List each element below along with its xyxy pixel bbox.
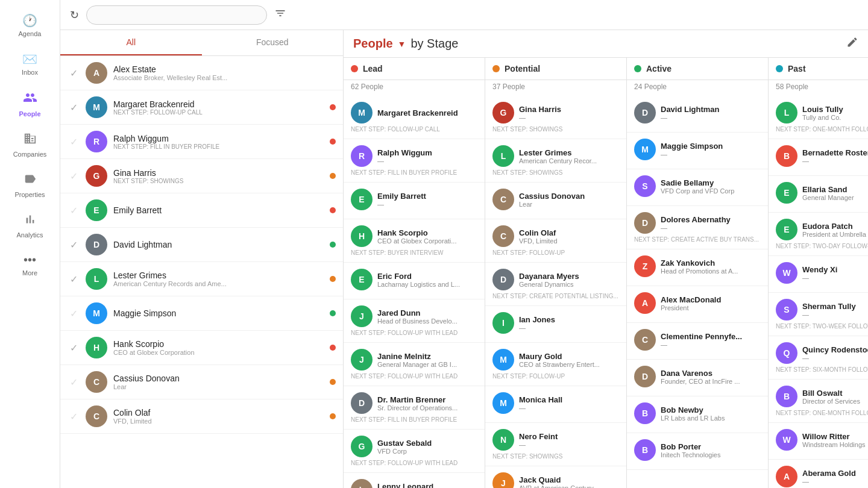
sidebar-item-inbox[interactable]: ✉️ Inbox — [0, 45, 60, 83]
avatar: N — [492, 429, 514, 451]
list-item[interactable]: ✓ C Cassius Donovan Lear — [60, 365, 343, 399]
kanban-card[interactable]: C Cassius Donovan Lear — [485, 183, 626, 219]
card-text: Ian Jones — — [519, 315, 555, 331]
card-sub: Lear — [519, 201, 585, 208]
card-person: I Ian Jones — — [492, 312, 619, 334]
kanban-card[interactable]: Q Quincy Rodenstock — NEXT STEP: SIX-MON… — [769, 336, 868, 380]
kanban-card[interactable]: C Clementine Pennyfe... — — [627, 323, 768, 360]
kanban-card[interactable]: G Gustav Sebald VFD Corp NEXT STEP: FOLL… — [344, 430, 485, 473]
tab-all[interactable]: All — [60, 30, 202, 55]
col-title: Potential — [505, 64, 540, 74]
kanban-card[interactable]: B Bill Oswalt Director of Services NEXT … — [769, 380, 868, 423]
list-item[interactable]: ✓ M Maggie Simpson — [60, 296, 343, 331]
sidebar-item-analytics[interactable]: Analytics — [0, 205, 60, 246]
kanban-card[interactable]: E Eudora Patch President at Umbrella Lab… — [769, 213, 868, 256]
kanban-card[interactable]: B Bob Porter Initech Technologies — [627, 433, 768, 470]
card-text: Gina Harris — — [519, 105, 561, 121]
kanban-card[interactable]: L Lenny Leonard Manager at Springfield N… — [344, 473, 485, 488]
sidebar-item-label: Agenda — [19, 30, 42, 37]
kanban-card[interactable]: A Aberama Gold — NEXT STEP: TWO-DAY FOLL… — [769, 460, 868, 488]
kanban-card[interactable]: M Maggie Simpson — — [627, 133, 768, 169]
avatar: M — [86, 302, 107, 324]
card-name: Maury Gold — [519, 352, 600, 361]
status-dot — [330, 276, 336, 282]
list-item[interactable]: ✓ L Lester Grimes American Century Recor… — [60, 262, 343, 296]
kanban-card[interactable]: S Sadie Bellamy VFD Corp and VFD Corp — [627, 169, 768, 206]
sidebar-item-more[interactable]: ••• More — [0, 246, 60, 284]
card-next: NEXT STEP: CREATE POTENTIAL LISTING... — [492, 293, 619, 299]
card-person: W Wendy Xi — — [776, 262, 868, 284]
avatar: E — [351, 189, 373, 210]
kanban-card[interactable]: B Bob Newby LR Labs and LR Labs — [627, 396, 768, 433]
kanban-card[interactable]: W Willow Ritter Windstream Holdings — [769, 423, 868, 460]
edit-button[interactable] — [846, 36, 858, 51]
kanban-card[interactable]: S Sherman Tully — NEXT STEP: TWO-WEEK FO… — [769, 293, 868, 336]
card-sub: — — [519, 441, 558, 448]
kanban-card[interactable]: N Nero Feint — NEXT STEP: SHOWINGS — [485, 423, 626, 466]
kanban-card[interactable]: E Eric Ford Lacharnay Logistics and L... — [344, 263, 485, 299]
list-item[interactable]: ✓ G Gina Harris NEXT STEP: SHOWINGS — [60, 159, 343, 193]
kanban-card[interactable]: C Colin Olaf VFD, Limited NEXT STEP: FOL… — [485, 219, 626, 263]
card-sub: Head of Promotions at A... — [661, 267, 738, 275]
avatar: H — [351, 225, 373, 247]
sidebar-item-agenda[interactable]: 🕐 Agenda — [0, 6, 60, 45]
card-sub: Tully and Co. — [802, 114, 843, 121]
list-item[interactable]: ✓ M Margaret Brackenreid NEXT STEP: FOLL… — [60, 90, 343, 125]
col-count: 24 People — [627, 80, 768, 93]
col-items: M Margaret Brackenreid NEXT STEP: FOLLOW… — [344, 93, 485, 488]
dropdown-arrow[interactable]: ▼ — [398, 39, 406, 49]
list-item[interactable]: ✓ H Hank Scorpio CEO at Globex Corporati… — [60, 331, 343, 365]
kanban-card[interactable]: D David Lightman — — [627, 96, 768, 133]
kanban-card[interactable]: D Dr. Martin Brenner Sr. Director of Ope… — [344, 386, 485, 430]
list-item[interactable]: ✓ R Ralph Wiggum NEXT STEP: FILL IN BUYE… — [60, 125, 343, 159]
list-item[interactable]: ✓ C Colin Olaf VFD, Limited — [60, 399, 343, 434]
list-item[interactable]: ✓ A Alex Estate Associate Broker, Welles… — [60, 56, 343, 90]
kanban-card[interactable]: J Jack Quaid AVP at American Century... … — [485, 466, 626, 488]
kanban-card[interactable]: I Ian Jones — — [485, 306, 626, 343]
list-item[interactable]: ✓ E Emily Barrett — [60, 193, 343, 228]
kanban-card[interactable]: D Dana Varenos Founder, CEO at IncFire .… — [627, 360, 768, 396]
status-dot — [330, 242, 336, 248]
col-header: Potential — [485, 58, 626, 80]
col-items: D David Lightman — M Maggie Simpson — — [627, 93, 768, 488]
card-text: Ellaria Sand General Manager — [802, 185, 854, 201]
search-input[interactable] — [86, 5, 267, 25]
kanban-card[interactable]: W Wendy Xi — — [769, 256, 868, 293]
col-items: L Louis Tully Tully and Co. NEXT STEP: O… — [769, 93, 868, 488]
card-name: Ralph Wiggum — [377, 148, 432, 157]
card-person: D Dr. Martin Brenner Sr. Director of Ope… — [351, 392, 477, 414]
filter-button[interactable] — [272, 5, 289, 25]
kanban-card[interactable]: H Hank Scorpio CEO at Globex Corporati..… — [344, 219, 485, 263]
col-header: Active — [627, 58, 768, 80]
list-item[interactable]: ✓ D David Lightman — [60, 228, 343, 262]
kanban-card[interactable]: J Jared Dunn Head of Business Develo... … — [344, 299, 485, 343]
avatar: L — [492, 145, 514, 167]
card-person: S Sadie Bellamy VFD Corp and VFD Corp — [634, 175, 761, 197]
card-text: David Lightman — — [661, 105, 720, 121]
kanban-card[interactable]: Z Zak Yankovich Head of Promotions at A.… — [627, 249, 768, 286]
sidebar-item-properties[interactable]: Properties — [0, 165, 60, 205]
kanban-card[interactable]: E Emily Barrett — — [344, 183, 485, 219]
kanban-card[interactable]: M Monica Hall — — [485, 386, 626, 423]
tab-focused[interactable]: Focused — [202, 30, 344, 55]
sidebar-item-companies[interactable]: Companies — [0, 125, 60, 165]
card-sub: VFD, Limited — [519, 237, 558, 245]
status-dot — [330, 345, 336, 351]
kanban-card[interactable]: D Dolores Abernathy — NEXT STEP: CREATE … — [627, 206, 768, 249]
kanban-card[interactable]: M Maury Gold CEO at Strawberry Entert...… — [485, 343, 626, 386]
refresh-button[interactable]: ↻ — [68, 6, 81, 24]
kanban-card[interactable]: L Lester Grimes American Century Recor..… — [485, 139, 626, 183]
kanban-card[interactable]: R Ralph Wiggum — NEXT STEP: FILL IN BUYE… — [344, 139, 485, 183]
kanban-card[interactable]: M Margaret Brackenreid NEXT STEP: FOLLOW… — [344, 96, 485, 139]
item-info: Maggie Simpson — [113, 308, 324, 318]
kanban-card[interactable]: J Janine Melnitz General Manager at GB I… — [344, 343, 485, 386]
kanban-card[interactable]: D Dayanara Myers General Dynamics NEXT S… — [485, 263, 626, 306]
kanban-card[interactable]: G Gina Harris — NEXT STEP: SHOWINGS — [485, 96, 626, 139]
sidebar-item-people[interactable]: People — [0, 83, 60, 125]
kanban-card[interactable]: B Bernadette Rostenko... — — [769, 139, 868, 176]
kanban-card[interactable]: L Louis Tully Tully and Co. NEXT STEP: O… — [769, 96, 868, 139]
kanban-card[interactable]: E Ellaria Sand General Manager — [769, 176, 868, 213]
card-sub: VFD Corp — [377, 448, 432, 455]
kanban-card[interactable]: A Alex MacDonald President — [627, 286, 768, 323]
col-dot — [634, 65, 641, 72]
